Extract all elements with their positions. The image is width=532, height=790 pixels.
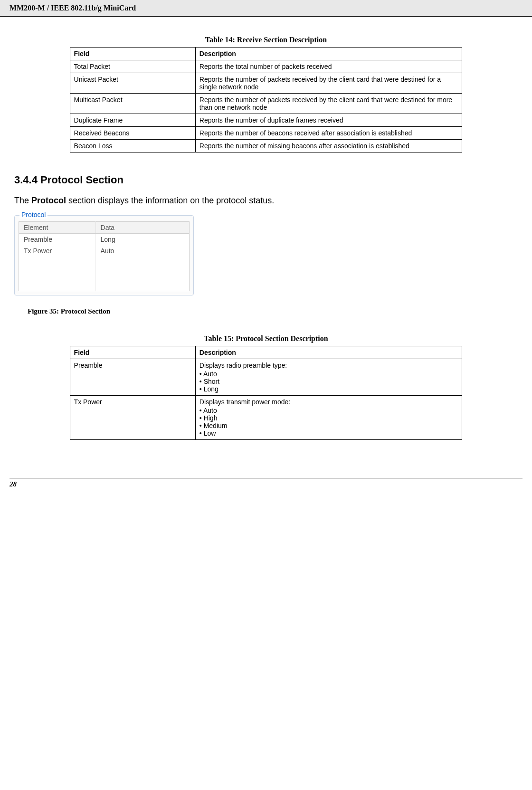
table15: Field Description Preamble Displays radi… bbox=[70, 346, 463, 440]
table15-desc: Displays transmit power mode: Auto High … bbox=[195, 396, 462, 440]
bullet-item: Medium bbox=[200, 422, 458, 429]
bullet-item: Auto bbox=[200, 370, 458, 378]
list-item: Tx Power Auto bbox=[19, 245, 190, 257]
table14-field: Duplicate Frame bbox=[70, 114, 195, 127]
list-item: Preamble Long bbox=[19, 234, 190, 246]
table-row: Unicast Packet Reports the number of pac… bbox=[70, 73, 462, 94]
body-bold: Protocol bbox=[31, 196, 66, 205]
table14-desc: Reports the number of missing beacons af… bbox=[195, 140, 462, 152]
page-content: Table 14: Receive Section Description Fi… bbox=[0, 17, 532, 449]
table15-header-field: Field bbox=[70, 346, 195, 359]
table14-field: Multicast Packet bbox=[70, 94, 195, 114]
list-item bbox=[19, 257, 190, 268]
protocol-data: Long bbox=[95, 234, 189, 246]
table-row: Duplicate Frame Reports the number of du… bbox=[70, 114, 462, 127]
protocol-element: Tx Power bbox=[19, 245, 96, 257]
bullet-item: Short bbox=[200, 378, 458, 385]
section-body: The Protocol section displays the inform… bbox=[14, 196, 518, 206]
protocol-data: Auto bbox=[95, 245, 189, 257]
table15-lead: Displays transmit power mode: bbox=[200, 398, 290, 406]
table15-field: Preamble bbox=[70, 359, 195, 396]
bullet-item: High bbox=[200, 414, 458, 422]
bullet-item: Low bbox=[200, 429, 458, 437]
table14-field: Beacon Loss bbox=[70, 140, 195, 152]
protocol-legend: Protocol bbox=[19, 211, 48, 219]
table-row: Total Packet Reports the total number of… bbox=[70, 60, 462, 73]
table14-desc: Reports the number of packets received b… bbox=[195, 73, 462, 94]
table14-desc: Reports the number of duplicate frames r… bbox=[195, 114, 462, 127]
table14-desc: Reports the number of beacons received a… bbox=[195, 127, 462, 140]
protocol-table: Element Data Preamble Long Tx Power Auto bbox=[19, 221, 190, 291]
section-heading: 3.4.4 Protocol Section bbox=[14, 174, 518, 186]
table14-desc: Reports the total number of packets rece… bbox=[195, 60, 462, 73]
table-row: Preamble Displays radio preamble type: A… bbox=[70, 359, 462, 396]
table-row: Received Beacons Reports the number of b… bbox=[70, 127, 462, 140]
bullet-item: Long bbox=[200, 385, 458, 393]
table15-lead: Displays radio preamble type: bbox=[200, 362, 287, 369]
bullet-item: Auto bbox=[200, 407, 458, 414]
page-number: 28 bbox=[10, 480, 17, 488]
table15-header-description: Description bbox=[195, 346, 462, 359]
table-row: Beacon Loss Reports the number of missin… bbox=[70, 140, 462, 152]
header-title: MM200-M / IEEE 802.11b/g MiniCard bbox=[10, 4, 136, 12]
protocol-header-data: Data bbox=[95, 222, 189, 234]
page-header: MM200-M / IEEE 802.11b/g MiniCard bbox=[0, 0, 532, 17]
list-item bbox=[19, 279, 190, 291]
table14-field: Unicast Packet bbox=[70, 73, 195, 94]
body-suffix: section displays the information on the … bbox=[66, 196, 274, 205]
body-prefix: The bbox=[14, 196, 31, 205]
page-footer: 28 bbox=[10, 478, 522, 488]
table15-caption: Table 15: Protocol Section Description bbox=[14, 334, 518, 343]
protocol-header-element: Element bbox=[19, 222, 96, 234]
list-item bbox=[19, 268, 190, 279]
table14-desc: Reports the number of packets received b… bbox=[195, 94, 462, 114]
table14-field: Total Packet bbox=[70, 60, 195, 73]
table14-field: Received Beacons bbox=[70, 127, 195, 140]
table14-header-field: Field bbox=[70, 48, 195, 60]
table-row: Tx Power Displays transmit power mode: A… bbox=[70, 396, 462, 440]
table14: Field Description Total Packet Reports t… bbox=[70, 47, 463, 152]
table14-caption: Table 14: Receive Section Description bbox=[14, 36, 518, 44]
protocol-panel: Protocol Element Data Preamble Long Tx P… bbox=[14, 215, 194, 295]
table-row: Multicast Packet Reports the number of p… bbox=[70, 94, 462, 114]
table14-header-description: Description bbox=[195, 48, 462, 60]
table15-field: Tx Power bbox=[70, 396, 195, 440]
figure35-caption: Figure 35: Protocol Section bbox=[28, 307, 518, 315]
table15-desc: Displays radio preamble type: Auto Short… bbox=[195, 359, 462, 396]
protocol-element: Preamble bbox=[19, 234, 96, 246]
bullet-list: Auto High Medium Low bbox=[200, 407, 458, 437]
bullet-list: Auto Short Long bbox=[200, 370, 458, 393]
